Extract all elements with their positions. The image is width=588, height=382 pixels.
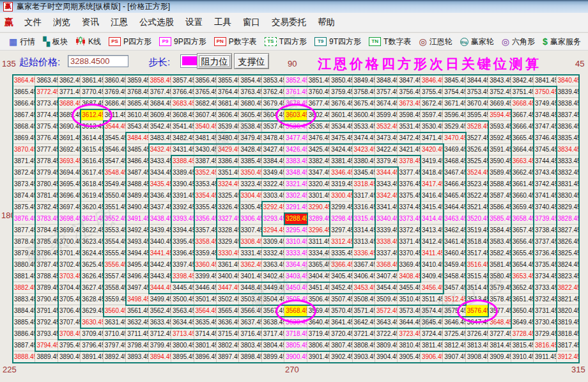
toolbar-button-p-number-table[interactable]: PNP数字表 [210,35,261,49]
toolbar-button-winner-service[interactable]: $赢家服务 [539,35,585,49]
grid-cell: 3590.45 [488,155,511,167]
grid-cell: 3317.45 [353,190,375,202]
toolbar-label: 9P四方形 [174,36,206,47]
grid-cell: 3474.45 [353,132,375,144]
grid-cell: 3407.45 [375,271,398,282]
toolbar-button-sectors[interactable]: ▚板块 [39,35,72,49]
grid-cell: 3807.45 [330,340,352,351]
grid-cell: 3764.45 [217,86,239,98]
toolbar-button-9t-square[interactable]: T99T四方形 [311,35,365,49]
grid-cell: 3607.45 [194,109,217,121]
grid-cell: 3445.45 [171,282,194,294]
support-button[interactable]: 支撑位 [234,53,269,69]
grid-cell: 3512.45 [443,294,465,305]
grid-cell: 3808.45 [353,340,375,351]
grid-cell: 3560.45 [104,305,126,317]
toolbar-button-winner-wheel[interactable]: Big赢家轮 [456,35,498,49]
grid-cell: 3791.45 [35,305,58,317]
grid-cell: 3398.45 [171,271,194,282]
grid-cell: 3533.45 [353,121,375,132]
grid-cell: 3896.45 [194,351,217,363]
start-price-input[interactable] [68,55,128,67]
grid-cell: 3784.45 [35,225,58,236]
grid-cell: 3851.45 [307,75,330,86]
grid-cell: 3829.45 [557,202,579,213]
grid-cell: 3583.45 [488,236,511,248]
key-level-cell: 3568.45 [284,305,307,317]
grid-cell: 3770.45 [81,86,103,98]
grid-cell: 3346.45 [330,167,352,179]
toolbar-button-p-square[interactable]: PSP四方形 [105,35,155,49]
toolbar: ▦行情▚板块K线PSP四方形P99P四方形PNP数字表TST四方形T99T四方形… [0,33,588,51]
grid-cell: 3408.45 [398,271,420,282]
grid-cell: 3783.45 [35,213,58,225]
grid-cell: 3906.45 [421,351,443,363]
grid-cell: 3827.45 [557,225,579,236]
grid-cell: 3787.45 [35,259,58,271]
grid-cell: 3773.45 [35,98,58,109]
grid-cell: 3450.45 [284,282,307,294]
toolbar-button-hexagon[interactable]: ◎六角形 [498,35,539,49]
grid-cell: 3889.45 [35,351,58,363]
menu-item-window[interactable]: 窗口 [237,13,266,31]
menu-item-news[interactable]: 资讯 [76,13,105,31]
toolbar-button-gann-wheel[interactable]: ◎江恩轮 [415,35,456,49]
grid-cell: 3882.45 [13,282,35,294]
menu-item-trading[interactable]: 交易委托 [266,13,312,31]
resistance-button[interactable]: 阻力位 [197,53,232,69]
grid-cell: 3396.45 [171,248,194,259]
toolbar-button-9p-square[interactable]: P99P四方形 [155,35,210,49]
grid-cell: 3591.45 [488,144,511,155]
grid-cell: 3873.45 [13,179,35,190]
grid-cell: 3296.45 [307,225,330,236]
grid-cell: 3427.45 [262,144,284,155]
grid-cell: 3341.45 [375,202,398,213]
menu-item-view[interactable]: 浏览 [47,13,76,31]
grid-cell: 3801.45 [194,340,217,351]
grid-cell: 3525.45 [466,155,488,167]
grid-cell: 3552.45 [104,213,126,225]
grid-cell: 3671.45 [443,98,465,109]
grid-cell: 3795.45 [58,340,81,351]
grid-cell: 3351.45 [217,167,239,179]
grid-cell: 3717.45 [262,328,284,340]
grid-cell: 3545.45 [104,132,126,144]
toolbar-button-quotes[interactable]: ▦行情 [5,35,39,49]
grid-cell: 3539.45 [217,121,239,132]
angle-label-270: 270 [285,365,299,374]
menu-item-gann[interactable]: 江恩 [105,13,134,31]
grid-cell: 3657.45 [511,225,534,236]
grid-cell: 3581.45 [488,259,511,271]
grid-cell: 3733.45 [534,282,556,294]
toolbar-button-t-number-table[interactable]: TNT数字表 [365,35,415,49]
sectors-icon: ▚ [43,37,50,46]
grid-cell: 3900.45 [284,351,307,363]
menu-item-formula-stock[interactable]: 公式选股 [134,13,180,31]
grid-cell: 3860.45 [104,75,126,86]
grid-cell: 3397.45 [171,259,194,271]
grid-cell: 3318.45 [353,179,375,190]
toolbar-label: 9T四方形 [329,36,361,47]
grid-cell: 3293.45 [262,213,284,225]
grid-cell: 3393.45 [171,213,194,225]
toolbar-button-t-square[interactable]: TST四方形 [261,35,311,49]
menu-item-tools[interactable]: 工具 [208,13,237,31]
grid-cell: 3794.45 [35,340,58,351]
grid-cell: 3562.45 [149,305,171,317]
grid-cell: 3563.45 [171,305,194,317]
grid-cell: 3804.45 [262,340,284,351]
grid-cell: 3370.45 [398,248,420,259]
grid-cell: 3538.45 [239,121,261,132]
grid-cell: 3330.45 [217,248,239,259]
grid-cell: 3624.45 [81,248,103,259]
grid-cell: 3481.45 [194,132,217,144]
grid-cell: 3737.45 [534,236,556,248]
toolbar-button-kline[interactable]: K线 [72,35,105,49]
grid-cell: 3652.45 [511,282,534,294]
grid-cell: 3608.45 [171,109,194,121]
grid-cell: 3774.45 [35,109,58,121]
menu-item-help[interactable]: 帮助 [312,13,341,31]
grid-cell: 3294.45 [262,225,284,236]
menu-item-file[interactable]: 文件 [19,13,47,31]
menu-item-settings[interactable]: 设置 [180,13,208,31]
